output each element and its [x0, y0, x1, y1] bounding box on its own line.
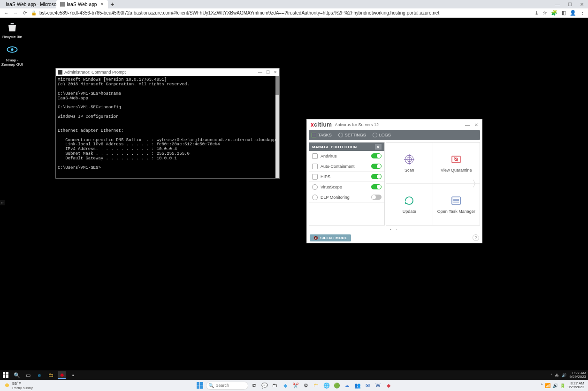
search-icon: 🔍 [208, 383, 214, 388]
new-tab-button[interactable]: + [108, 0, 116, 8]
bookmark-icon[interactable]: ☆ [542, 10, 547, 16]
tiles-next-button[interactable]: 〉 [472, 178, 481, 189]
tray-battery-icon[interactable]: 🔋 [560, 383, 565, 388]
close-icon[interactable]: ✕ [100, 2, 104, 7]
command-prompt-window[interactable]: Administrator: Command Prompt — ☐ ✕ Micr… [55, 68, 280, 179]
forward-button[interactable]: → [12, 10, 19, 15]
system-tray[interactable]: ˄ 🖧 🔊 8:27 AM 9/29/2023 [550, 371, 586, 379]
tile-scan[interactable]: Scan [386, 143, 433, 184]
minimize-button[interactable]: — [258, 70, 262, 75]
taskbar-app-4[interactable]: ◆ [384, 381, 393, 390]
browser-tab-azure[interactable]: IaaS-Web-app - Microsoft Azure ✕ [0, 0, 56, 8]
toolbar-right: ⤓ ☆ 🧩 ◧ 👤 ⋮ [535, 10, 585, 16]
tray-network-icon[interactable]: 🖧 [555, 373, 559, 377]
cmd-output[interactable]: Microsoft Windows [Version 10.0.17763.48… [56, 76, 279, 178]
taskbar-ie[interactable]: e [36, 371, 43, 379]
maximize-button[interactable]: ☐ [266, 70, 270, 75]
host-tray[interactable]: ˄ 📶 🔊 🔋 8:27 AM 9/29/2023 [541, 382, 584, 389]
tray-chevron-icon[interactable]: ˄ [541, 383, 543, 388]
tab-logs[interactable]: LOGS [373, 133, 391, 137]
toggle-viruscope[interactable] [371, 184, 382, 189]
menu-icon[interactable]: ⋮ [580, 10, 585, 16]
taskbar-teams[interactable]: 👥 [353, 381, 362, 390]
back-button[interactable]: ← [3, 10, 9, 15]
xcitium-tabs: TASKS SETTINGS LOGS [309, 130, 480, 140]
widgets-button[interactable]: 💬 [260, 381, 269, 390]
weather-widget[interactable]: 55°F Partly sunny [4, 381, 33, 390]
minimize-button[interactable]: — [465, 122, 470, 128]
scrollbar-thumb[interactable] [275, 76, 279, 95]
panel-close-button[interactable]: ✕ [375, 144, 382, 150]
taskbar-explorer[interactable]: 🗀 [271, 381, 279, 390]
taskbar-settings[interactable]: ⚙ [302, 381, 310, 390]
profile-icon[interactable]: 👤 [570, 10, 576, 16]
desktop-icon-nmap[interactable]: Nmap - Zenmap GUI [1, 44, 23, 67]
help-button[interactable]: ? [473, 234, 479, 241]
address-bar[interactable]: bst-cae4c589-7cdf-4356-b785-bea45f90f72a… [39, 10, 532, 15]
start-button[interactable] [196, 381, 204, 390]
toggle-hips[interactable] [371, 174, 382, 179]
search-button[interactable]: 🔍 [13, 371, 21, 379]
reveal-handle[interactable]: ›› [0, 200, 5, 205]
taskbar-edge[interactable]: 🌐 [322, 381, 331, 390]
svg-rect-14 [6, 372, 8, 375]
close-button[interactable]: ✕ [474, 122, 478, 128]
close-button[interactable]: ✕ [274, 70, 277, 75]
taskbar-app-2[interactable]: 🗀 [312, 381, 321, 390]
tray-volume-icon[interactable]: 🔊 [552, 383, 558, 388]
tray-chevron-icon[interactable]: ˄ [550, 373, 552, 377]
taskbar-cmd[interactable]: ▪ [69, 371, 77, 379]
host-clock[interactable]: 8:27 AM 9/29/2023 [567, 382, 584, 389]
toggle-autocontainment[interactable] [371, 164, 382, 169]
list-icon [451, 195, 462, 206]
taskbar-outlook[interactable]: ✉ [364, 381, 372, 390]
tab-tasks[interactable]: TASKS [312, 133, 332, 137]
taskbar-xcitium[interactable]: ◆ [58, 371, 66, 379]
protection-row-viruscope: VirusScope [309, 182, 384, 192]
task-view-button[interactable]: ⧉ [250, 381, 259, 390]
xcitium-titlebar[interactable]: xcitium Antivirus for Servers 12 — ✕ [307, 120, 482, 130]
browser-tab-iaas[interactable]: IaaS-Web-app ✕ [56, 0, 108, 8]
taskbar-app-3[interactable]: ☁ [343, 381, 351, 390]
remote-taskbar[interactable]: 🔍 ▭ e 🗀 ◆ ▪ ˄ 🖧 🔊 8:27 AM 9/29/2023 [0, 370, 588, 380]
sidepanel-icon[interactable]: ◧ [561, 10, 566, 16]
taskbar-word[interactable]: W [374, 381, 382, 390]
task-view-button[interactable]: ▭ [24, 371, 32, 379]
search-box[interactable]: 🔍 Search [206, 382, 248, 390]
svg-rect-19 [197, 385, 199, 389]
start-button[interactable] [2, 371, 9, 379]
tile-quarantine[interactable]: View Quarantine [433, 143, 480, 184]
minimize-button[interactable]: — [551, 0, 564, 8]
tray-volume-icon[interactable]: 🔊 [562, 373, 566, 377]
host-taskbar[interactable]: 55°F Partly sunny 🔍 Search ⧉ 💬 🗀 ◆ ✂️ ⚙ … [0, 380, 588, 391]
lock-icon: 🔒 [31, 10, 37, 15]
page-dots: • · [307, 227, 482, 233]
taskbar-chrome[interactable]: 🟢 [333, 381, 341, 390]
scrollbar[interactable] [275, 76, 279, 178]
xcitium-subtitle: Antivirus for Servers 12 [335, 122, 379, 127]
taskbar-explorer[interactable]: 🗀 [47, 371, 54, 379]
icon-label: Nmap - Zenmap GUI [1, 58, 23, 67]
close-button[interactable]: ✕ [576, 0, 588, 8]
xcitium-main: MANAGE PROTECTION ✕ Antivirus Auto-Conta… [307, 140, 482, 227]
silent-mode-button[interactable]: 🔇 SILENT MODE [310, 234, 351, 241]
cmd-titlebar[interactable]: Administrator: Command Prompt — ☐ ✕ [56, 68, 279, 76]
toggle-antivirus[interactable] [371, 153, 382, 158]
gear-icon [338, 133, 343, 137]
install-icon[interactable]: ⤓ [535, 10, 539, 16]
reload-button[interactable]: ⟳ [22, 10, 28, 15]
tray-clock[interactable]: 8:27 AM 9/29/2023 [569, 371, 586, 379]
quarantine-icon [451, 154, 462, 165]
tray-wifi-icon[interactable]: 📶 [545, 383, 550, 388]
taskbar-app-1[interactable]: ◆ [281, 381, 290, 390]
tab-settings[interactable]: SETTINGS [338, 133, 366, 137]
remote-desktop[interactable]: Recycle Bin Nmap - Zenmap GUI ›› Adminis… [0, 18, 588, 380]
toggle-dlp[interactable] [371, 195, 382, 200]
tile-taskmanager[interactable]: Open Task Manager [433, 184, 480, 225]
maximize-button[interactable]: ☐ [564, 0, 576, 8]
extensions-icon[interactable]: 🧩 [551, 10, 557, 16]
tile-update[interactable]: Update [386, 184, 433, 225]
xcitium-window[interactable]: xcitium Antivirus for Servers 12 — ✕ TAS… [306, 119, 482, 243]
desktop-icon-recycle-bin[interactable]: Recycle Bin [1, 21, 23, 39]
taskbar-screenshot[interactable]: ✂️ [291, 381, 300, 390]
